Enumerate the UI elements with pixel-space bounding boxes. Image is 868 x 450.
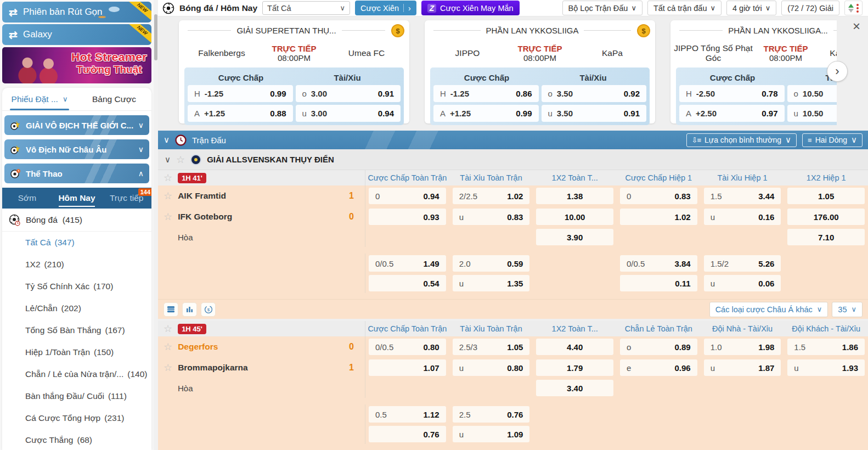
odds-cell[interactable]: H-1.250.99 <box>188 85 293 102</box>
odds-cell[interactable]: 3.40 <box>536 380 613 396</box>
sidebar-bet-type-item[interactable]: Bàn thắng Đầu/ Cuối(111) <box>2 385 151 407</box>
league-header-row[interactable]: ∨ ☆ GIẢI ALLSVENSKAN THỤY ĐIỂN <box>158 149 868 170</box>
next-cards-button[interactable]: › <box>827 61 848 82</box>
sort-toggle[interactable] <box>844 1 863 15</box>
cashout-coin-icon[interactable]: $ <box>201 302 216 317</box>
odds-cell[interactable]: u0.16 <box>704 209 781 225</box>
favorite-star-icon[interactable]: ☆ <box>176 154 185 166</box>
featured-match-card[interactable]: GIẢI SUPERETTAN THỤ...$FalkenbergsTRỰC T… <box>179 20 409 123</box>
scrollbar-thumb[interactable] <box>154 14 157 60</box>
tab-early[interactable]: Sớm <box>2 188 52 209</box>
rows-view-icon[interactable] <box>164 302 178 317</box>
odds-cell[interactable]: o3.500.92 <box>542 85 647 102</box>
panel-sports[interactable]: Thể Thao ∧ <box>4 164 149 183</box>
odds-cell[interactable]: A+1.250.88 <box>188 105 293 122</box>
odds-cell[interactable]: 1.79 <box>536 359 613 376</box>
sidebar-bet-type-item[interactable]: Cược Thắng(68) <box>2 429 151 450</box>
odds-cell[interactable]: o0.89 <box>620 339 697 355</box>
sidebar-bet-type-item[interactable]: Cá Cược Tổng Hợp(231) <box>2 407 151 429</box>
odds-cell[interactable]: 0/0.51.49 <box>369 255 446 272</box>
odds-cell[interactable]: 0.93 <box>369 209 446 225</box>
odds-cell[interactable]: 0.11 <box>620 275 697 291</box>
odds-cell[interactable]: 3.90 <box>536 229 613 245</box>
featured-match-card[interactable]: PHẦN LAN YKKOSLIIGA$JIPPOTRỰC TIẾP08:00P… <box>425 20 655 123</box>
panel-womens-euro[interactable]: Vô Địch Nữ Châu Âu ∨ <box>4 139 149 159</box>
favorite-star-icon[interactable]: ☆ <box>164 362 172 374</box>
odds-cell[interactable]: u0.80 <box>453 359 530 376</box>
odds-cell[interactable]: 2.5/31.05 <box>453 339 530 355</box>
parlay-button[interactable]: Cược Xiên › <box>355 1 416 15</box>
odds-cell[interactable]: 10.00 <box>536 209 613 225</box>
sidebar-bet-type-item[interactable]: Hiệp 1/Toàn Trận(150) <box>2 341 151 363</box>
tab-bet-table[interactable]: Bảng Cược <box>77 88 151 110</box>
odds-cell[interactable]: e0.96 <box>620 359 697 376</box>
two-lines-dropdown[interactable]: ≡ Hai Dòng ∨ <box>802 133 863 147</box>
favorite-star-icon[interactable]: ☆ <box>164 323 172 335</box>
odds-cell[interactable]: 2.50.76 <box>453 406 530 423</box>
normal-selection-dropdown[interactable]: ⇩≡ Lựa chọn bình thường ∨ <box>686 133 797 147</box>
close-icon[interactable]: × <box>853 19 860 33</box>
odds-cell[interactable]: 00.94 <box>369 188 446 204</box>
odds-cell[interactable]: 7.10 <box>787 229 865 245</box>
favorite-star-icon[interactable]: ☆ <box>164 190 172 202</box>
odds-cell[interactable]: 1.01.98 <box>704 339 781 355</box>
favorite-star-icon[interactable]: ☆ <box>164 341 172 353</box>
favorite-star-icon[interactable]: ☆ <box>164 172 172 184</box>
odds-cell[interactable]: A+2.500.97 <box>679 105 785 122</box>
odds-cell[interactable]: 0.76 <box>369 426 446 442</box>
odds-cell[interactable]: 1.07 <box>369 359 446 376</box>
odds-cell[interactable]: 176.00 <box>787 209 865 225</box>
version-switch-button[interactable]: ⇄ Phiên bản Rút Gọn NEW <box>2 2 151 22</box>
odds-cell[interactable]: o3.000.91 <box>296 85 401 102</box>
odds-cell[interactable]: 4.40 <box>536 339 613 355</box>
page-size-dropdown[interactable]: 35 ∨ <box>832 302 863 317</box>
odds-cell[interactable]: A+1.250.99 <box>433 105 539 122</box>
odds-cell[interactable]: H-2.500.78 <box>679 85 785 102</box>
odds-cell[interactable]: u1.93 <box>787 359 865 376</box>
odds-cell[interactable]: H-1.250.86 <box>433 85 539 102</box>
tab-live[interactable]: Trực tiếp 144 <box>102 188 151 209</box>
sidebar-bet-type-item[interactable]: 1X2(210) <box>2 254 151 275</box>
odds-cell[interactable]: 0/0.53.84 <box>620 255 697 272</box>
panel-world-cup[interactable]: GIẢI VÔ ĐỊCH THẾ GIỚI C... ∨ <box>4 115 149 135</box>
odds-cell[interactable]: 1.51.86 <box>787 339 865 355</box>
favorite-star-icon[interactable]: ☆ <box>164 211 172 223</box>
bar-chart-icon[interactable] <box>182 302 197 317</box>
sidebar-bet-type-item[interactable]: Tất Cả(347) <box>2 232 151 254</box>
tab-today[interactable]: Hôm Nay <box>52 188 102 209</box>
sidebar-scrollbar[interactable] <box>154 0 158 450</box>
odds-cell[interactable]: u0.83 <box>453 209 530 225</box>
odds-cell[interactable]: u1.35 <box>453 275 530 291</box>
sidebar-bet-type-item[interactable]: Lẻ/Chẵn(202) <box>2 297 151 319</box>
odds-cell[interactable]: 0.51.12 <box>369 406 446 423</box>
sidebar-bet-type-item[interactable]: Chẵn / Lẻ của Nửa trận/...(140) <box>2 363 151 385</box>
odds-cell[interactable]: 1.53.44 <box>704 188 781 204</box>
odds-cell[interactable]: u0.06 <box>704 275 781 291</box>
odds-cell[interactable]: u3.000.94 <box>296 105 401 122</box>
odds-filter-select[interactable]: Tất Cả ∨ <box>262 1 350 15</box>
galaxy-button[interactable]: ⇄ Galaxy NEW <box>2 24 151 45</box>
chevron-down-icon[interactable]: ∨ <box>164 135 170 145</box>
odds-cell[interactable]: 00.83 <box>620 188 697 204</box>
chevron-down-icon[interactable]: ∨ <box>165 155 171 165</box>
hot-streamer-banner[interactable]: Hot Streamer Tường Thuật <box>2 47 151 83</box>
lucky-parlay-button[interactable]: Z Cược Xiên May Mắn <box>421 1 520 15</box>
all-matches-dropdown[interactable]: Tất cả trận đấu ∨ <box>647 1 722 15</box>
odds-cell[interactable]: 1.5/25.26 <box>704 255 781 272</box>
sidebar-bet-type-item[interactable]: Tổng Số Bàn Thắng(167) <box>2 319 151 341</box>
odds-cell[interactable]: 1.05 <box>787 188 865 204</box>
odds-cell[interactable]: u1.09 <box>453 426 530 442</box>
next-hours-dropdown[interactable]: 4 giờ tới ∨ <box>726 1 776 15</box>
odds-cell[interactable]: u1.87 <box>704 359 781 376</box>
sidebar-item-football[interactable]: Bóng đá (415) <box>2 209 151 232</box>
odds-cell[interactable]: u3.500.91 <box>542 105 647 122</box>
match-filter-dropdown[interactable]: Bộ Lọc Trận Đấu ∨ <box>562 1 642 15</box>
odds-cell[interactable]: 1.38 <box>536 188 613 204</box>
asian-bets-dropdown[interactable]: Các loại cược Châu Á khác ∨ <box>709 302 828 317</box>
odds-cell[interactable]: 0.54 <box>369 275 446 291</box>
sidebar-bet-type-item[interactable]: Tỷ Số Chính Xác(170) <box>2 275 151 297</box>
odds-cell[interactable]: 2.00.59 <box>453 255 530 272</box>
odds-cell[interactable]: 2/2.51.02 <box>453 188 530 204</box>
tab-bet-slip[interactable]: Phiếu Đặt ... ∨ <box>2 88 77 110</box>
odds-cell[interactable]: 0/0.50.80 <box>369 339 446 355</box>
